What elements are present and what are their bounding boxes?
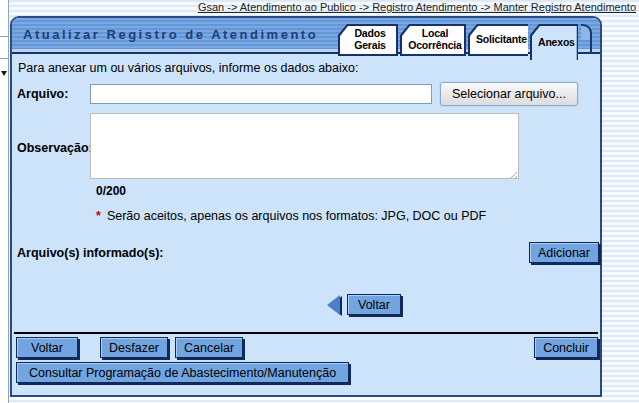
observation-label: Observação: xyxy=(12,141,90,155)
back-center-button[interactable]: Voltar xyxy=(347,294,401,315)
select-file-button[interactable]: Selecionar arquivo... xyxy=(440,82,578,106)
cancel-button[interactable]: Cancelar xyxy=(175,337,243,358)
title-bar: Atualizar Registro de Atendimento Dados … xyxy=(12,18,600,54)
file-path-input[interactable] xyxy=(90,84,432,104)
tab-local-ocorrencia[interactable]: Local Ocorrência xyxy=(400,24,466,56)
tab-anexos[interactable]: Anexos xyxy=(530,24,578,60)
formats-note-text: Serão aceitos, apenas os arquivos nos fo… xyxy=(107,209,486,223)
consult-schedule-button[interactable]: Consultar Programação de Abastecimento/M… xyxy=(16,362,349,383)
left-arrow-icon xyxy=(327,295,340,315)
observation-textarea[interactable] xyxy=(90,113,519,179)
tab-strip-end-decoration xyxy=(581,24,592,54)
footer-divider xyxy=(14,332,598,334)
finish-button[interactable]: Concluir xyxy=(534,337,598,358)
frame-divider xyxy=(0,58,9,59)
formats-note: *Serão aceitos, apenas os arquivos nos f… xyxy=(96,209,600,223)
file-field-row: Arquivo: Selecionar arquivo... xyxy=(12,82,600,106)
update-service-record-panel: Atualizar Registro de Atendimento Dados … xyxy=(10,16,602,397)
left-frame-edge xyxy=(0,0,9,403)
tab-dados-gerais[interactable]: Dados Gerais xyxy=(338,24,398,56)
observation-field-row: Observação: xyxy=(12,113,600,182)
intro-text: Para anexar um ou vários arquivos, infor… xyxy=(18,61,600,75)
add-button[interactable]: Adicionar xyxy=(529,242,599,263)
informed-files-label: Arquivo(s) informado(s): xyxy=(12,246,164,260)
scrollbar-arrow-icon xyxy=(1,71,7,76)
back-button[interactable]: Voltar xyxy=(16,337,78,358)
undo-button[interactable]: Desfazer xyxy=(100,337,168,358)
breadcrumb: Gsan -> Atendimento ao Publico -> Regist… xyxy=(198,1,636,13)
char-counter: 0/200 xyxy=(96,184,600,198)
frame-divider xyxy=(0,36,9,37)
form-content: Para anexar um ou vários arquivos, infor… xyxy=(12,61,600,383)
page-title: Atualizar Registro de Atendimento xyxy=(23,27,318,42)
footer-button-row: Voltar Desfazer Cancelar Concluir xyxy=(12,337,600,358)
consult-row: Consultar Programação de Abastecimento/M… xyxy=(12,362,600,383)
file-label: Arquivo: xyxy=(12,87,90,101)
required-asterisk: * xyxy=(96,209,101,223)
informed-files-row: Arquivo(s) informado(s): Adicionar xyxy=(12,242,600,263)
tab-strip: Dados Gerais Local Ocorrência Solicitant… xyxy=(338,24,592,58)
tab-solicitante[interactable]: Solicitante xyxy=(468,24,528,56)
back-navigation-row: Voltar xyxy=(12,294,600,315)
